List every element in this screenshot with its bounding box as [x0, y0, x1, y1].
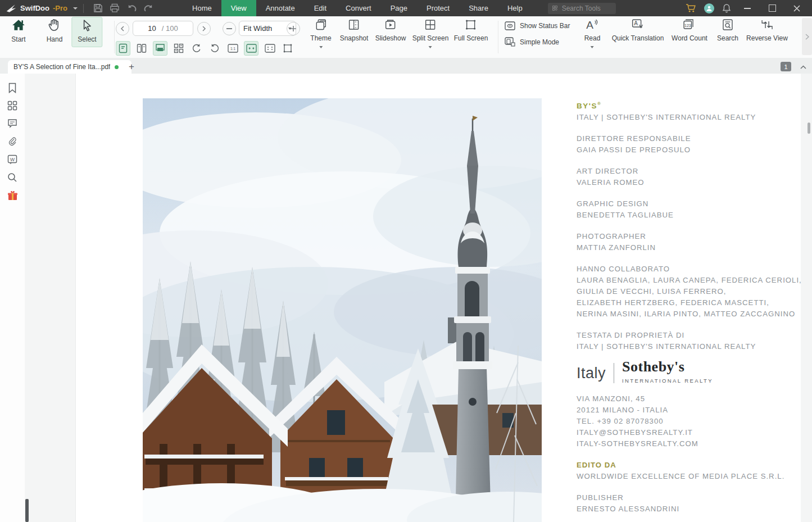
single-page-view-button[interactable]: [116, 41, 130, 56]
window-maximize-button[interactable]: [764, 0, 781, 16]
tab-count-badge[interactable]: 1: [781, 62, 791, 71]
search-doc-icon: [721, 18, 734, 31]
search-tools-box[interactable]: [548, 3, 616, 14]
unsaved-dot-icon: [115, 65, 119, 69]
start-button[interactable]: Start: [11, 18, 26, 43]
notifications-bell-icon[interactable]: [722, 3, 731, 13]
split-screen-button[interactable]: Split Screen: [412, 18, 449, 48]
search-document-button[interactable]: Search: [717, 18, 738, 42]
crop-view-button[interactable]: [281, 42, 294, 55]
app-logo[interactable]: SwifDoo -Pro: [0, 3, 78, 13]
bookmarks-panel-button[interactable]: [6, 81, 19, 94]
titlebar-right: [686, 0, 812, 16]
vertical-scrollbar-thumb[interactable]: [808, 122, 810, 134]
grid-view-button[interactable]: [172, 42, 185, 55]
show-status-bar-toggle[interactable]: Show Status Bar: [505, 21, 570, 30]
brand-name: BY'S®: [577, 98, 812, 112]
menu-help[interactable]: Help: [498, 0, 532, 16]
toolbar-expand-button[interactable]: [802, 18, 812, 55]
chevron-right-icon: [202, 26, 206, 31]
rotate-clockwise-button[interactable]: [190, 42, 203, 55]
app-name: SwifDoo: [20, 4, 49, 12]
account-avatar[interactable]: [704, 3, 714, 13]
search-panel-button[interactable]: [6, 171, 19, 184]
previous-page-button[interactable]: [116, 22, 129, 35]
slideshow-icon: [384, 18, 397, 31]
theme-button[interactable]: Theme: [310, 18, 331, 48]
menu-page[interactable]: Page: [381, 0, 417, 16]
split-screen-caret-icon: [429, 46, 432, 48]
menu-view[interactable]: View: [221, 0, 256, 16]
next-page-button[interactable]: [197, 22, 211, 35]
search-icon: [7, 173, 17, 183]
continuous-scroll-button[interactable]: [153, 41, 167, 56]
read-button[interactable]: A Read: [584, 18, 601, 48]
save-button[interactable]: [89, 0, 106, 16]
cart-icon[interactable]: [686, 3, 696, 13]
slideshow-button[interactable]: Split Screen Slideshow: [375, 18, 406, 42]
undo-icon: [126, 4, 137, 13]
collapse-toolbar-button[interactable]: [797, 61, 809, 72]
brand-line: ITALY | SOTHEBY'S INTERNATIONAL REALTY: [577, 112, 812, 123]
menu-share[interactable]: Share: [459, 0, 498, 16]
snapshot-button[interactable]: Snapshot: [340, 18, 369, 42]
watermark-icon: W: [7, 155, 17, 165]
page-number-input[interactable]: 10 / 100: [133, 21, 193, 36]
read-caret-icon: [591, 46, 594, 48]
attachments-panel-button[interactable]: [6, 135, 19, 148]
full-screen-button[interactable]: Full Screen: [454, 18, 488, 42]
theme-caret-icon: [319, 46, 323, 48]
hand-tool-button[interactable]: Hand: [47, 18, 63, 43]
menu-protect[interactable]: Protect: [417, 0, 459, 16]
page-layout-icons: [116, 41, 221, 56]
quick-translation-button[interactable]: A Quick Translation: [612, 18, 664, 42]
gift-promo-button[interactable]: [6, 189, 19, 202]
svg-text:123: 123: [684, 24, 691, 28]
masthead-text: BY'S® ITALY | SOTHEBY'S INTERNATIONAL RE…: [577, 98, 812, 515]
translate-icon: A: [631, 18, 645, 31]
rotate-counterclockwise-button[interactable]: [208, 42, 221, 55]
search-tools-input[interactable]: [561, 4, 611, 13]
watermark-panel-button[interactable]: W: [6, 153, 19, 166]
comments-panel-button[interactable]: [6, 117, 19, 130]
fit-page-button[interactable]: [263, 42, 276, 55]
undo-button[interactable]: [123, 0, 140, 16]
active-document-tab[interactable]: BY'S A Selection of Fine Ita...pdf: [8, 60, 131, 74]
word-count-icon: 123: [683, 18, 697, 31]
logo-divider: [614, 363, 614, 383]
collaborators-block: HANNO COLLABORATO LAURA BENAGLIA, LAURA …: [577, 264, 812, 320]
simple-mode-toggle[interactable]: Simple Mode: [505, 37, 559, 47]
window-close-button[interactable]: [788, 0, 805, 16]
swifdoo-logo-icon: [6, 3, 17, 13]
menu-convert[interactable]: Convert: [336, 0, 381, 16]
word-count-button[interactable]: 123 Word Count: [672, 18, 707, 42]
toolbar-separator: [114, 21, 115, 53]
zoom-in-button[interactable]: [287, 22, 300, 35]
window-minimize-button[interactable]: [739, 0, 756, 16]
main-menu: Home View Annotate Edit Convert Page Pro…: [183, 0, 532, 16]
document-viewer[interactable]: BY'S® ITALY | SOTHEBY'S INTERNATIONAL RE…: [25, 74, 812, 522]
current-page: 10: [148, 24, 156, 33]
zoom-out-button[interactable]: [223, 22, 236, 35]
status-bar-icon: [505, 21, 515, 30]
two-page-view-button[interactable]: [135, 42, 148, 55]
thumbnails-panel-button[interactable]: [6, 99, 19, 112]
bookmark-icon: [8, 83, 17, 93]
page-photo-snowy-church: [143, 98, 542, 522]
credit-block: GRAPHIC DESIGN BENEDETTA TAGLIABUE: [577, 198, 812, 221]
app-menu-caret-icon[interactable]: [73, 7, 78, 10]
left-edge-scrollbar-thumb[interactable]: [25, 499, 29, 522]
toolbar-separator: [498, 21, 498, 53]
menu-edit[interactable]: Edit: [305, 0, 336, 16]
fit-width-button[interactable]: [244, 41, 258, 56]
actual-size-button[interactable]: 1:1: [226, 42, 239, 55]
menu-home[interactable]: Home: [183, 0, 221, 16]
menu-annotate[interactable]: Annotate: [256, 0, 305, 16]
redo-button[interactable]: [140, 0, 157, 16]
print-button[interactable]: [106, 0, 123, 16]
print-icon: [110, 3, 120, 13]
tab-title: BY'S A Selection of Fine Ita...pdf: [13, 63, 110, 71]
new-tab-button[interactable]: +: [125, 60, 138, 74]
select-tool-button[interactable]: Select: [71, 17, 102, 47]
reverse-view-button[interactable]: Reverse View: [746, 18, 788, 42]
